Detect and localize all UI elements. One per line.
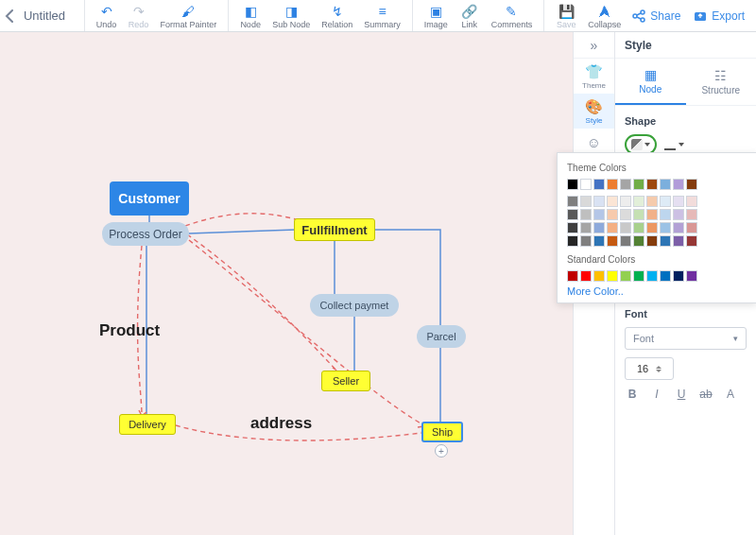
color-swatch[interactable]: [673, 179, 684, 190]
color-swatch[interactable]: [686, 209, 697, 220]
node-collect-payment[interactable]: Collect paymet: [310, 294, 399, 317]
color-swatch[interactable]: [633, 235, 644, 247]
link-button[interactable]: 🔗Link: [454, 0, 486, 31]
image-button[interactable]: ▣Image: [419, 0, 454, 31]
color-swatch[interactable]: [633, 179, 644, 190]
color-swatch[interactable]: [633, 270, 644, 282]
color-swatch[interactable]: [620, 270, 631, 282]
color-swatch[interactable]: [593, 209, 605, 220]
relation-label-address[interactable]: address: [250, 414, 312, 433]
color-swatch[interactable]: [580, 235, 592, 247]
summary-button[interactable]: ≡Summary: [358, 0, 406, 31]
color-swatch[interactable]: [646, 222, 658, 233]
color-swatch[interactable]: [620, 222, 631, 233]
color-swatch[interactable]: [673, 222, 684, 233]
relation-label-product[interactable]: Product: [99, 321, 160, 340]
color-swatch[interactable]: [673, 235, 684, 247]
tab-structure[interactable]: ☷Structure: [686, 59, 757, 105]
color-swatch[interactable]: [660, 179, 671, 190]
comments-button[interactable]: ✎Comments: [486, 0, 539, 31]
collapse-button[interactable]: ⮝Collapse: [582, 0, 627, 31]
tab-node[interactable]: ▦Node: [615, 59, 686, 105]
node-delivery[interactable]: Delivery: [119, 414, 176, 435]
add-child-button[interactable]: +: [435, 444, 448, 457]
color-swatch[interactable]: [567, 235, 578, 247]
format-painter-button[interactable]: 🖌Format Painter: [155, 0, 223, 31]
back-button[interactable]: [0, 0, 20, 31]
color-swatch[interactable]: [660, 270, 671, 282]
color-swatch[interactable]: [567, 270, 578, 282]
color-swatch[interactable]: [607, 209, 618, 220]
rail-style[interactable]: 🎨Style: [574, 94, 614, 129]
color-swatch[interactable]: [633, 196, 644, 207]
canvas[interactable]: Customer Process Order Fullfillment Coll…: [0, 32, 573, 535]
node-fulfillment[interactable]: Fullfillment: [294, 218, 375, 241]
color-swatch[interactable]: [567, 222, 578, 233]
color-swatch[interactable]: [686, 222, 697, 233]
color-swatch[interactable]: [660, 235, 671, 247]
node-seller[interactable]: Seller: [321, 371, 370, 391]
color-swatch[interactable]: [567, 196, 578, 207]
color-swatch[interactable]: [646, 196, 658, 207]
color-swatch[interactable]: [580, 179, 592, 190]
font-size-stepper[interactable]: 16: [625, 357, 674, 380]
color-swatch[interactable]: [593, 235, 605, 247]
border-color-button[interactable]: [664, 139, 684, 150]
node-customer[interactable]: Customer: [110, 181, 189, 216]
color-swatch[interactable]: [607, 270, 618, 282]
document-title[interactable]: Untitled: [20, 0, 84, 31]
color-swatch[interactable]: [646, 270, 658, 282]
color-swatch[interactable]: [673, 196, 684, 207]
node-ship-selected[interactable]: Ship: [421, 422, 463, 442]
color-swatch[interactable]: [607, 196, 618, 207]
color-swatch[interactable]: [580, 222, 592, 233]
italic-button[interactable]: I: [649, 388, 664, 401]
color-swatch[interactable]: [660, 209, 671, 220]
share-button[interactable]: Share: [632, 9, 680, 23]
color-swatch[interactable]: [580, 209, 592, 220]
more-colors-button[interactable]: More Color..: [567, 285, 747, 297]
color-swatch[interactable]: [673, 209, 684, 220]
color-swatch[interactable]: [620, 209, 631, 220]
font-family-select[interactable]: Font ▾: [625, 327, 747, 350]
color-swatch[interactable]: [593, 222, 605, 233]
bold-button[interactable]: B: [625, 388, 640, 401]
export-button[interactable]: Export: [694, 9, 745, 23]
color-swatch[interactable]: [646, 235, 658, 247]
color-swatch[interactable]: [567, 179, 578, 190]
color-swatch[interactable]: [673, 270, 684, 282]
color-swatch[interactable]: [633, 222, 644, 233]
rail-theme[interactable]: 👕Theme: [574, 59, 614, 94]
color-swatch[interactable]: [580, 196, 592, 207]
node-button[interactable]: ◧Node: [234, 0, 266, 31]
color-swatch[interactable]: [686, 196, 697, 207]
color-swatch[interactable]: [580, 270, 592, 282]
color-swatch[interactable]: [660, 222, 671, 233]
color-swatch[interactable]: [593, 179, 605, 190]
color-swatch[interactable]: [607, 179, 618, 190]
font-color-button[interactable]: A: [723, 388, 738, 401]
color-swatch[interactable]: [567, 209, 578, 220]
color-swatch[interactable]: [686, 235, 697, 247]
color-swatch[interactable]: [620, 179, 631, 190]
redo-button[interactable]: ↷Redo: [123, 0, 155, 31]
color-swatch[interactable]: [646, 209, 658, 220]
save-button[interactable]: 💾Save: [550, 0, 582, 31]
color-swatch[interactable]: [646, 179, 658, 190]
color-swatch[interactable]: [660, 196, 671, 207]
color-swatch[interactable]: [620, 235, 631, 247]
sub-node-button[interactable]: ◨Sub Node: [266, 0, 316, 31]
strikethrough-button[interactable]: ab: [698, 388, 713, 401]
color-swatch[interactable]: [607, 235, 618, 247]
color-swatch[interactable]: [593, 270, 605, 282]
rail-expand-button[interactable]: »: [574, 32, 614, 59]
color-swatch[interactable]: [607, 222, 618, 233]
color-swatch[interactable]: [686, 270, 697, 282]
undo-button[interactable]: ↶Undo: [91, 0, 123, 31]
color-swatch[interactable]: [593, 196, 605, 207]
node-process-order[interactable]: Process Order: [102, 222, 189, 246]
relation-button[interactable]: ↯Relation: [316, 0, 358, 31]
color-swatch[interactable]: [633, 209, 644, 220]
underline-button[interactable]: U: [674, 388, 689, 401]
node-parcel[interactable]: Parcel: [417, 325, 466, 348]
